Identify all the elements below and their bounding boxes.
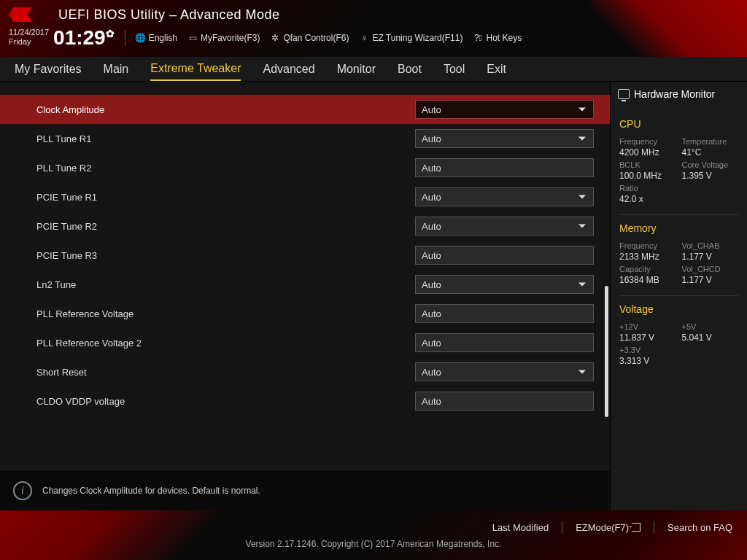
cldo-vddp-input[interactable]: Auto [415,392,594,411]
cpu-bclk: 100.0 MHz [619,171,676,181]
exit-icon [632,523,640,532]
short-reset-dropdown[interactable]: Auto [415,362,594,381]
date: 11/24/2017 [9,28,49,37]
day: Friday [9,37,49,47]
search-faq-button[interactable]: Search on FAQ [667,522,732,533]
scrollbar[interactable] [605,286,608,417]
qfan-button[interactable]: ✲ Qfan Control(F6) [270,33,349,43]
setting-pll-ref-voltage[interactable]: PLL Reference Voltage Auto [0,299,610,328]
hotkeys-button[interactable]: ?⃣ Hot Keys [473,33,522,43]
help-bar: i Changes Clock Amplitude for devices. D… [0,470,610,510]
setting-pcie-tune-r3[interactable]: PCIE Tune R3 Auto [0,241,610,270]
setting-cldo-vddp[interactable]: CLDO VDDP voltage Auto [0,386,610,416]
voltage-12v: 11.837 V [619,332,676,343]
setting-short-reset[interactable]: Short Reset Auto [0,357,610,386]
mem-vol-chab: 1.177 V [682,252,739,262]
tab-tool[interactable]: Tool [444,58,465,80]
mem-frequency: 2133 MHz [619,252,676,262]
settings-list: Clock Amplitude Auto PLL Tune R1 Auto PL… [0,82,610,470]
sidebar-header: Hardware Monitor [611,82,747,106]
tab-extreme-tweaker[interactable]: Extreme Tweaker [150,58,241,81]
mem-capacity: 16384 MB [619,275,676,285]
gear-icon[interactable]: ✿ [106,28,115,39]
setting-pll-tune-r1[interactable]: PLL Tune R1 Auto [0,124,610,153]
pcie-tune-r1-dropdown[interactable]: Auto [415,187,594,206]
myfavorite-button[interactable]: ▭ MyFavorite(F3) [187,33,260,43]
main-panel: Clock Amplitude Auto PLL Tune R1 Auto PL… [0,82,610,510]
tab-bar: My Favorites Main Extreme Tweaker Advanc… [0,57,747,82]
voltage-3v3: 3.313 V [619,356,676,366]
ln2-tune-dropdown[interactable]: Auto [415,275,594,294]
pll-tune-r2-input[interactable]: Auto [415,158,594,177]
datetime: 11/24/2017 Friday 01:29✿ [9,28,115,48]
tab-main[interactable]: Main [104,58,129,80]
fan-icon: ✲ [270,33,280,43]
eztuning-button[interactable]: ♀ EZ Tuning Wizard(F11) [359,33,462,43]
monitor-icon [618,89,630,99]
keyboard-icon: ?⃣ [473,33,483,43]
cpu-section-title: CPU [619,118,738,130]
setting-pcie-tune-r1[interactable]: PCIE Tune R1 Auto [0,182,610,211]
tab-monitor[interactable]: Monitor [337,58,376,80]
favorite-icon: ▭ [187,33,198,43]
rog-logo [9,6,53,23]
cpu-ratio: 42.0 x [619,194,676,204]
version-text: Version 2.17.1246. Copyright (C) 2017 Am… [15,539,732,549]
globe-icon: 🌐 [136,33,146,43]
setting-pll-ref-voltage-2[interactable]: PLL Reference Voltage 2 Auto [0,328,610,357]
help-text: Changes Clock Amplitude for devices. Def… [42,486,260,496]
tab-exit[interactable]: Exit [487,58,506,80]
cpu-temperature: 41°C [682,147,739,158]
pll-tune-r1-dropdown[interactable]: Auto [415,129,594,148]
pcie-tune-r3-input[interactable]: Auto [415,246,594,265]
ezmode-button[interactable]: EZMode(F7) [576,522,640,533]
setting-pll-tune-r2[interactable]: PLL Tune R2 Auto [0,153,610,182]
cpu-core-voltage: 1.395 V [682,171,739,181]
clock-amplitude-dropdown[interactable]: Auto [415,100,594,119]
tab-my-favorites[interactable]: My Favorites [15,58,82,80]
voltage-section-title: Voltage [619,303,738,315]
hardware-monitor-sidebar: Hardware Monitor CPU Frequency4200 MHz T… [610,82,747,510]
pll-ref-voltage-input[interactable]: Auto [415,304,594,323]
wizard-icon: ♀ [359,33,369,43]
tab-advanced[interactable]: Advanced [263,58,314,80]
setting-ln2-tune[interactable]: Ln2 Tune Auto [0,270,610,299]
header: UEFI BIOS Utility – Advanced Mode 11/24/… [0,0,747,57]
mem-vol-chcd: 1.177 V [682,275,739,285]
pcie-tune-r2-dropdown[interactable]: Auto [415,217,594,236]
cpu-frequency: 4200 MHz [619,147,676,158]
pll-ref-voltage-2-input[interactable]: Auto [415,333,594,352]
setting-clock-amplitude[interactable]: Clock Amplitude Auto [0,95,610,124]
setting-pcie-tune-r2[interactable]: PCIE Tune R2 Auto [0,211,610,241]
voltage-5v: 5.041 V [682,332,739,343]
tab-boot[interactable]: Boot [398,58,422,80]
language-selector[interactable]: 🌐 English [136,33,177,43]
info-icon: i [13,481,32,500]
footer: Last Modified EZMode(F7) Search on FAQ V… [0,510,747,560]
memory-section-title: Memory [619,222,738,234]
last-modified-button[interactable]: Last Modified [492,522,549,533]
app-title: UEFI BIOS Utility – Advanced Mode [58,7,280,23]
time: 01:29✿ [53,28,115,48]
